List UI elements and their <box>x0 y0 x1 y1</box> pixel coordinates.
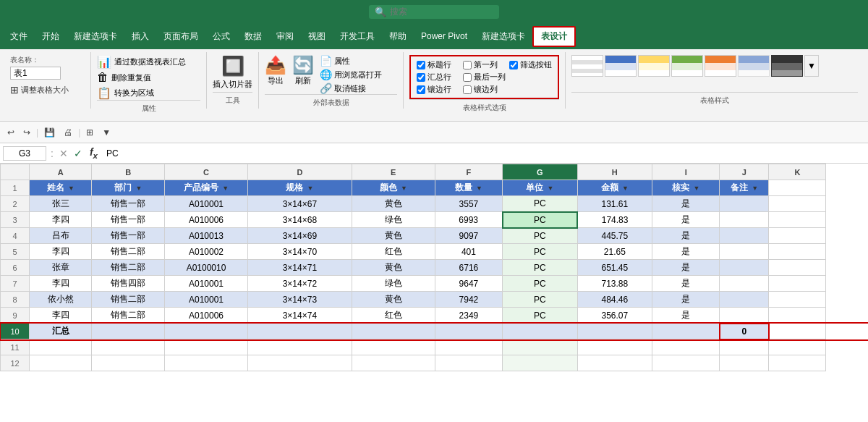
data-cell[interactable] <box>720 276 769 292</box>
menu-review[interactable]: 审阅 <box>269 28 301 46</box>
empty-cell[interactable] <box>769 355 826 371</box>
data-cell[interactable]: 是 <box>652 212 720 228</box>
total-cell-5[interactable] <box>435 324 502 339</box>
data-cell[interactable]: 是 <box>652 228 720 244</box>
menu-data[interactable]: 数据 <box>237 28 269 46</box>
empty-cell[interactable] <box>165 355 248 371</box>
checkbox-banded-cols[interactable]: 镶边列 <box>463 84 498 95</box>
col-header-h[interactable]: H <box>577 164 652 180</box>
save-btn[interactable]: 💾 <box>41 126 58 139</box>
data-cell[interactable]: PC <box>503 292 577 308</box>
function-icon[interactable]: fx <box>87 146 101 160</box>
menu-help[interactable]: 帮助 <box>382 28 414 46</box>
refresh-btn[interactable]: 🔄 刷新 <box>292 55 314 86</box>
col-header-j[interactable]: J <box>720 164 769 180</box>
data-cell[interactable]: 131.61 <box>577 196 652 212</box>
data-cell[interactable]: 销售四部 <box>92 276 165 292</box>
data-cell[interactable]: 是 <box>652 196 720 212</box>
resize-table-btn[interactable]: ⊞调整表格大小 <box>10 84 85 96</box>
empty-cell[interactable] <box>435 355 502 371</box>
menu-devtools[interactable]: 开发工具 <box>333 28 382 46</box>
col-header-e[interactable]: E <box>352 164 435 180</box>
data-cell[interactable]: 是 <box>652 260 720 276</box>
menu-newtab2[interactable]: 新建选项卡 <box>475 28 532 46</box>
total-cell-4[interactable] <box>352 324 435 339</box>
data-cell[interactable]: A010013 <box>165 228 248 244</box>
total-cell-8[interactable] <box>652 324 720 339</box>
more-btn[interactable]: ▼ <box>99 126 114 139</box>
col-header-i[interactable]: I <box>652 164 720 180</box>
data-cell[interactable] <box>720 228 769 244</box>
checkbox-header-row[interactable]: 标题行 <box>417 59 451 70</box>
menu-pagelayout[interactable]: 页面布局 <box>156 28 205 46</box>
data-cell[interactable]: A010001 <box>165 292 248 308</box>
header-cell-c1[interactable]: 产品编号 ▼ <box>165 180 248 196</box>
data-cell[interactable]: PC <box>503 276 577 292</box>
data-cell[interactable]: 黄色 <box>352 292 435 308</box>
menu-insert[interactable]: 插入 <box>124 28 156 46</box>
table-name-input[interactable] <box>10 67 61 80</box>
last-col-check[interactable] <box>463 73 472 82</box>
total-cell-1[interactable] <box>92 324 165 339</box>
data-cell[interactable]: 445.75 <box>577 228 652 244</box>
col-header-a[interactable]: A <box>30 164 92 180</box>
data-cell[interactable] <box>720 196 769 212</box>
data-cell[interactable]: PC <box>503 308 577 324</box>
checkbox-total-row[interactable]: 汇总行 <box>417 72 451 83</box>
checkbox-banded-rows[interactable]: 镶边行 <box>417 84 451 95</box>
data-cell[interactable]: 484.46 <box>577 292 652 308</box>
data-cell[interactable]: 销售一部 <box>92 212 165 228</box>
undo-btn[interactable]: ↩ <box>4 126 17 139</box>
menu-home[interactable]: 开始 <box>35 28 67 46</box>
redo-btn[interactable]: ↪ <box>20 126 33 139</box>
open-browser-btn[interactable]: 🌐用浏览器打开 <box>320 69 382 80</box>
banded-rows-check[interactable] <box>417 85 425 94</box>
checkbox-first-col[interactable]: 第一列 <box>463 59 498 70</box>
header-cell-a1[interactable]: 姓名 ▼ <box>30 180 92 196</box>
data-cell[interactable]: 张三 <box>30 196 92 212</box>
empty-cell[interactable] <box>720 355 769 371</box>
table-style-4[interactable] <box>671 55 703 77</box>
data-cell[interactable]: 174.83 <box>577 212 652 228</box>
header-cell-d1[interactable]: 规格 ▼ <box>248 180 352 196</box>
data-cell[interactable]: A010001 <box>165 276 248 292</box>
data-cell[interactable]: 李四 <box>30 308 92 324</box>
total-cell-3[interactable] <box>248 324 352 339</box>
data-cell[interactable]: 李四 <box>30 244 92 260</box>
data-cell[interactable]: 3×14×67 <box>248 196 352 212</box>
data-cell[interactable] <box>720 212 769 228</box>
header-cell-i1[interactable]: 核实 ▼ <box>652 180 720 196</box>
col-header-b[interactable]: B <box>92 164 165 180</box>
data-cell[interactable]: 651.45 <box>577 260 652 276</box>
empty-cell[interactable] <box>352 339 435 355</box>
data-cell[interactable] <box>720 292 769 308</box>
checkbox-last-col[interactable]: 最后一列 <box>463 72 506 83</box>
empty-cell[interactable] <box>165 339 248 355</box>
data-cell[interactable] <box>720 308 769 324</box>
data-cell[interactable]: PC <box>503 212 577 228</box>
data-cell[interactable]: 3×14×68 <box>248 212 352 228</box>
header-cell-h1[interactable]: 金额 ▼ <box>577 180 652 196</box>
unlink-btn[interactable]: 🔗取消链接 <box>320 83 382 94</box>
insert-slicer-btn[interactable]: 🔲 <box>221 55 244 77</box>
table-style-5[interactable] <box>705 55 736 77</box>
col-header-f[interactable]: F <box>435 164 502 180</box>
pivot-summary-btn[interactable]: 📊通过数据透视表汇总 <box>97 55 200 69</box>
data-cell[interactable]: 3×14×71 <box>248 260 352 276</box>
first-col-check[interactable] <box>463 61 472 69</box>
total-row-check[interactable] <box>417 73 425 82</box>
data-cell[interactable]: 是 <box>652 292 720 308</box>
empty-cell[interactable] <box>652 339 720 355</box>
empty-cell[interactable] <box>503 339 577 355</box>
empty-cell[interactable] <box>92 339 165 355</box>
banded-cols-check[interactable] <box>463 85 472 94</box>
data-cell[interactable]: PC <box>503 196 577 212</box>
data-cell[interactable]: 红色 <box>352 244 435 260</box>
table-style-more[interactable]: ▼ <box>804 55 819 77</box>
col-header-d[interactable]: D <box>248 164 352 180</box>
search-box[interactable]: 🔍 <box>369 5 499 19</box>
search-input[interactable] <box>390 7 491 17</box>
total-cell-6[interactable] <box>503 324 577 339</box>
data-cell[interactable]: 3×14×70 <box>248 244 352 260</box>
empty-cell[interactable] <box>577 339 652 355</box>
